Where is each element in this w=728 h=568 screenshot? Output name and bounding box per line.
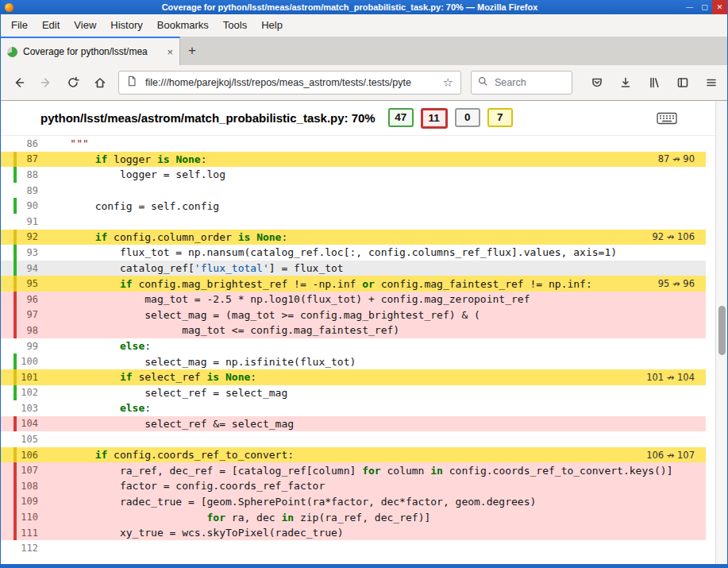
line-number[interactable]: 106 bbox=[17, 450, 38, 461]
search-bar[interactable] bbox=[471, 71, 572, 95]
line-number[interactable]: 86 bbox=[17, 138, 38, 149]
code-text: ra_ref, dec_ref = [catalog_ref[column] f… bbox=[45, 465, 673, 477]
library-icon[interactable] bbox=[642, 71, 666, 95]
coverage-tick bbox=[13, 307, 17, 323]
source-line: 91 bbox=[1, 214, 706, 230]
source-line: 97 select_mag = (mag_tot >= config.mag_b… bbox=[1, 307, 706, 323]
downloads-icon[interactable] bbox=[614, 71, 637, 95]
coverage-tick bbox=[13, 478, 17, 494]
line-number[interactable]: 96 bbox=[17, 294, 38, 305]
new-tab-button[interactable]: + bbox=[180, 37, 204, 65]
menu-edit[interactable]: Edit bbox=[35, 14, 67, 37]
line-number[interactable]: 97 bbox=[17, 309, 38, 320]
code-text: if logger is None: bbox=[45, 153, 207, 165]
code-text: for ra, dec in zip(ra_ref, dec_ref)] bbox=[45, 512, 430, 524]
source-line: 89 bbox=[1, 183, 706, 199]
line-number[interactable]: 92 bbox=[17, 231, 38, 242]
close-button[interactable]: ✕ bbox=[712, 0, 727, 14]
url-bar[interactable]: ☆ bbox=[118, 71, 461, 95]
line-number[interactable]: 87 bbox=[17, 153, 38, 164]
sidebar-toggle-icon[interactable] bbox=[671, 71, 695, 95]
window-title: Coverage for python/lsst/meas/astrom/mat… bbox=[17, 2, 682, 12]
line-number[interactable]: 104 bbox=[17, 418, 38, 429]
line-number[interactable]: 91 bbox=[17, 216, 38, 227]
coverage-favicon-icon bbox=[7, 47, 17, 57]
source-line: 87 if logger is None:87 ↛ 90 bbox=[1, 152, 706, 168]
home-button[interactable] bbox=[88, 71, 112, 95]
firefox-window: Coverage for python/lsst/meas/astrom/mat… bbox=[0, 0, 728, 568]
line-number[interactable]: 94 bbox=[17, 263, 38, 274]
line-number[interactable]: 107 bbox=[17, 465, 38, 476]
code-text: else: bbox=[45, 402, 151, 414]
back-button[interactable] bbox=[7, 71, 31, 95]
line-number[interactable]: 101 bbox=[17, 372, 38, 383]
tab-title: Coverage for python/lsst/mea bbox=[23, 46, 162, 57]
menu-tools[interactable]: Tools bbox=[216, 14, 254, 37]
stat-run-button[interactable]: 47 bbox=[388, 108, 414, 127]
coverage-tick bbox=[13, 354, 17, 369]
minimize-button[interactable]: — bbox=[682, 0, 697, 14]
tab-bar: Coverage for python/lsst/mea × + bbox=[1, 37, 727, 65]
line-number[interactable]: 100 bbox=[17, 356, 38, 367]
coverage-tick bbox=[13, 214, 17, 230]
file-path: python/lsst/meas/astrom/match_probabilis… bbox=[40, 111, 349, 125]
tab-coverage-report[interactable]: Coverage for python/lsst/mea × bbox=[1, 37, 180, 65]
code-text: if config.coords_ref_to_convert: bbox=[45, 449, 294, 461]
line-number[interactable]: 105 bbox=[17, 434, 38, 445]
menu-view[interactable]: View bbox=[67, 14, 103, 37]
window-bottom-border bbox=[1, 564, 727, 568]
bookmark-star-icon[interactable]: ☆ bbox=[443, 75, 453, 90]
page-content: python/lsst/meas/astrom/match_probabilis… bbox=[1, 101, 727, 564]
code-text: catalog_ref['flux_total'] = flux_tot bbox=[45, 262, 344, 274]
forward-button[interactable] bbox=[34, 71, 58, 95]
line-number[interactable]: 103 bbox=[17, 403, 38, 414]
line-number[interactable]: 109 bbox=[17, 496, 38, 507]
line-number[interactable]: 89 bbox=[17, 185, 38, 196]
line-number[interactable]: 102 bbox=[17, 387, 38, 398]
code-text: factor = config.coords_ref_factor bbox=[45, 480, 325, 492]
line-number[interactable]: 98 bbox=[17, 325, 38, 336]
code-text: select_mag = np.isfinite(flux_tot) bbox=[45, 356, 356, 368]
source-line: 112 bbox=[1, 540, 706, 556]
line-number[interactable]: 110 bbox=[17, 512, 38, 523]
page-info-icon[interactable] bbox=[126, 75, 137, 90]
partial-branch-annotation: 87 ↛ 90 bbox=[658, 153, 706, 164]
pocket-icon[interactable] bbox=[585, 71, 609, 95]
coverage-tick bbox=[13, 261, 17, 276]
line-number[interactable]: 108 bbox=[17, 481, 38, 492]
source-line: 93 flux_tot = np.nansum(catalog_ref.loc[… bbox=[1, 245, 706, 261]
keyboard-shortcuts-icon[interactable] bbox=[657, 112, 677, 125]
url-input[interactable] bbox=[144, 76, 437, 89]
coverage-tick bbox=[13, 494, 17, 510]
coverage-tick bbox=[13, 245, 17, 261]
source-line: 95 if config.mag_brightest_ref != -np.in… bbox=[1, 276, 706, 292]
search-input[interactable] bbox=[493, 76, 565, 89]
tab-close-icon[interactable]: × bbox=[167, 47, 173, 57]
code-text: if config.mag_brightest_ref != -np.inf o… bbox=[45, 278, 592, 290]
stat-mis-button[interactable]: 11 bbox=[421, 108, 448, 129]
source-line: 101 if select_ref is None:101 ↛ 104 bbox=[1, 369, 706, 385]
stat-par-button[interactable]: 7 bbox=[487, 108, 513, 127]
page-title: python/lsst/meas/astrom/match_probabilis… bbox=[40, 111, 376, 125]
code-text: """ bbox=[45, 137, 89, 149]
menu-history[interactable]: History bbox=[103, 14, 149, 37]
stat-exc-button[interactable]: 0 bbox=[455, 108, 480, 127]
line-number[interactable]: 111 bbox=[17, 527, 38, 539]
maximize-button[interactable]: ▢ bbox=[697, 0, 712, 14]
line-number[interactable]: 95 bbox=[17, 278, 38, 289]
line-number[interactable]: 88 bbox=[17, 169, 38, 180]
hamburger-menu-icon[interactable] bbox=[699, 71, 723, 95]
coverage-tick bbox=[13, 462, 17, 478]
vertical-scrollbar[interactable] bbox=[715, 101, 727, 564]
line-number[interactable]: 99 bbox=[17, 341, 38, 352]
line-number[interactable]: 90 bbox=[17, 200, 38, 211]
menu-bookmarks[interactable]: Bookmarks bbox=[150, 14, 216, 37]
reload-button[interactable] bbox=[61, 71, 85, 95]
scrollbar-thumb[interactable] bbox=[718, 306, 726, 355]
menu-help[interactable]: Help bbox=[254, 14, 290, 37]
menu-bar: FileEditViewHistoryBookmarksToolsHelp bbox=[1, 14, 727, 37]
line-number[interactable]: 93 bbox=[17, 247, 38, 258]
line-number[interactable]: 112 bbox=[17, 543, 38, 554]
menu-file[interactable]: File bbox=[4, 14, 35, 37]
source-line: 88 logger = self.log bbox=[1, 167, 706, 183]
